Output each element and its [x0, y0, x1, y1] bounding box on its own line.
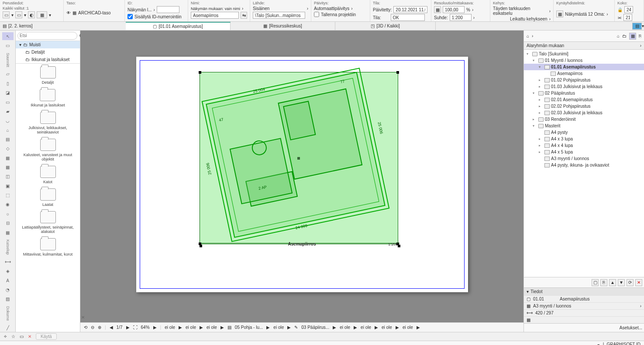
layout-tool[interactable]: ▦ — [37, 11, 47, 18]
door-tool[interactable]: ◫ — [2, 173, 14, 181]
lib-item-0[interactable]: Detaljit — [40, 66, 56, 85]
st8[interactable]: ei ole — [403, 325, 413, 330]
zoom-value[interactable]: 64% — [141, 325, 150, 330]
st-pohja[interactable]: 05 Pohja - lu... — [235, 325, 263, 330]
arrow-tool[interactable]: ↖ — [2, 32, 14, 40]
nav-row-1[interactable]: ▾01 Myynti / luonnos — [524, 57, 644, 64]
nav-first-icon[interactable]: ⟲ — [84, 325, 87, 330]
nav-row-2[interactable]: ▾01.01 Asemapiirustus — [524, 64, 644, 70]
label-tool[interactable]: ◔ — [2, 286, 14, 294]
sel-tool-1[interactable]: ▭ — [3, 11, 10, 18]
chevron-icon[interactable]: ▸ — [539, 143, 543, 147]
chevron-icon[interactable]: ▾ — [539, 65, 543, 69]
st2[interactable]: ei ole — [186, 325, 196, 330]
chevron-icon[interactable]: ▾ — [533, 124, 537, 128]
st5[interactable]: ei ole — [340, 325, 350, 330]
chevron-icon[interactable]: ▸ — [539, 78, 543, 82]
tab-end-btn[interactable]: ▤ — [632, 23, 642, 30]
autoupdate[interactable]: Automaattipäivitys — [314, 6, 349, 11]
nav-layout-icon[interactable]: ▦ — [629, 33, 636, 40]
column-tool[interactable]: ▯ — [2, 79, 14, 87]
nimi-link-icon[interactable]: ⇆ — [241, 12, 247, 19]
lock-icon[interactable]: 🔒 — [617, 7, 623, 12]
nav-pub-icon[interactable]: ⎘ — [639, 34, 641, 38]
window-tool[interactable]: ▣ — [2, 182, 14, 190]
lib-item-7[interactable]: Mittaviivat, kulmamitat, korot — [23, 238, 73, 256]
chevron-icon[interactable]: ▸ — [539, 150, 543, 154]
nav-row-15[interactable]: ▸A4 x 5 lupa — [524, 149, 644, 155]
nav-row-11[interactable]: ▾Masterit — [524, 123, 644, 129]
apply-btn[interactable]: Käytä — [36, 333, 57, 340]
size-w[interactable] — [624, 6, 633, 13]
chevron-icon[interactable]: ▸ — [539, 98, 543, 102]
link-icon[interactable]: ⫘ — [617, 15, 622, 20]
page-prev[interactable]: ◀ — [110, 325, 113, 330]
nav-up-icon[interactable]: ▲ — [609, 279, 616, 286]
include-id-chk[interactable] — [127, 14, 133, 19]
nav-dn-icon[interactable]: ▼ — [618, 279, 625, 286]
lahde-path[interactable] — [253, 12, 305, 19]
chevron-icon[interactable]: ▸ — [533, 117, 537, 121]
graphisoft-id[interactable]: GRAPHISOFT ID — [606, 342, 641, 345]
morph-tool[interactable]: ◇ — [2, 145, 14, 153]
lib-item-5[interactable]: Laatat — [40, 188, 56, 207]
pct-input[interactable] — [443, 6, 465, 13]
page-next[interactable]: ▶ — [126, 325, 130, 330]
canvas-view[interactable]: 25 004 25 006 25 006 24 999 47 77 2 AP A… — [80, 31, 523, 322]
nav-row-8[interactable]: ▸02.02 Pohjapiirustus — [524, 103, 644, 109]
tree-detaljit[interactable]: 🗀Detaljit — [16, 48, 80, 56]
cloud-icon[interactable]: ☁ — [596, 342, 600, 345]
snap-icon[interactable]: ✧ — [3, 334, 7, 339]
lib-item-4[interactable]: Katot — [40, 166, 56, 184]
lib-item-2[interactable]: Julkisivut, leikkaukset, seinäkaaviot — [20, 112, 76, 134]
det-id[interactable]: 01.01 — [533, 297, 544, 301]
nav-home-icon[interactable]: ⌂ — [617, 34, 620, 38]
det-master[interactable]: A3 myynti / luonnos — [533, 304, 571, 308]
fav-icon[interactable]: ☆ — [11, 334, 15, 339]
trace-icon[interactable]: ▭ — [20, 334, 24, 339]
nav-mode-icon[interactable]: ⌂ — [527, 34, 529, 38]
cap-handle-l[interactable] — [200, 245, 202, 247]
nimi-input[interactable] — [191, 12, 239, 19]
zoom-out-icon[interactable]: ⊖ — [91, 325, 94, 330]
st6[interactable]: ei ole — [361, 325, 371, 330]
struct-tool[interactable]: ▦ — [2, 229, 14, 236]
beam-tool[interactable]: ▭ — [2, 98, 14, 106]
save-proj-chk[interactable] — [314, 12, 319, 17]
nav-row-10[interactable]: ▸03 Renderöinnit — [524, 116, 644, 123]
nav-delete-icon[interactable]: ✕ — [635, 279, 642, 286]
id-input[interactable] — [157, 6, 179, 13]
chevron-icon[interactable]: ▾ — [527, 52, 531, 56]
lib-item-3[interactable]: Kalusteet, varusteet ja muut objektit — [20, 139, 76, 161]
st-paap[interactable]: 03 Pääpiirus... — [301, 325, 329, 330]
st4[interactable]: ei ole — [273, 325, 284, 330]
marquee-tool[interactable]: ▭ — [2, 41, 14, 49]
fill-tool[interactable]: ▨ — [2, 295, 14, 303]
st7[interactable]: ei ole — [382, 325, 392, 330]
nav-row-17[interactable]: A4 pysty, ikkuna- ja ovikaaviot — [524, 162, 644, 168]
kehys-leik[interactable]: Leikattu kehykseen — [510, 17, 548, 21]
del-icon[interactable]: ✕ — [28, 334, 31, 339]
tab-layout[interactable]: ▢[01.01 Asemapiirustus] — [126, 22, 231, 30]
size-h[interactable] — [623, 14, 632, 21]
tab-3d[interactable]: ◳​[3D / Kaikki] — [335, 22, 436, 30]
shell-tool[interactable]: ◡ — [2, 117, 14, 125]
nav-row-6[interactable]: ▾02 Pääpiirustus — [524, 90, 644, 96]
stair-tool[interactable]: ◪ — [2, 89, 14, 96]
grid-tool[interactable]: ▦ — [2, 163, 14, 171]
st1[interactable]: ei ole — [165, 325, 175, 330]
zone-tool[interactable]: ◉ — [2, 201, 14, 208]
line-tool[interactable]: ╱ — [2, 324, 14, 332]
layout-paper[interactable]: 25 004 25 006 25 006 24 999 47 77 2 AP A… — [136, 57, 468, 292]
tila-ok[interactable] — [391, 14, 425, 21]
opening-tool[interactable]: ⊟ — [2, 219, 14, 227]
nav-group-label[interactable]: Alaryhmän mukaan — [527, 43, 564, 48]
nav-row-5[interactable]: ▸01.03 Julkisivut ja leikkaus — [524, 83, 644, 90]
close-x[interactable]: ✕ — [81, 315, 85, 320]
tree-ikkunat[interactable]: 🗀Ikkunat ja lasitukset — [16, 56, 80, 63]
slab-tool[interactable]: ▤ — [2, 135, 14, 143]
scale-input[interactable] — [450, 14, 472, 21]
cap-handle-r[interactable] — [398, 245, 400, 247]
resol-icon[interactable]: ▦ — [434, 6, 441, 13]
nav-new-icon[interactable]: ▢ — [592, 279, 599, 286]
